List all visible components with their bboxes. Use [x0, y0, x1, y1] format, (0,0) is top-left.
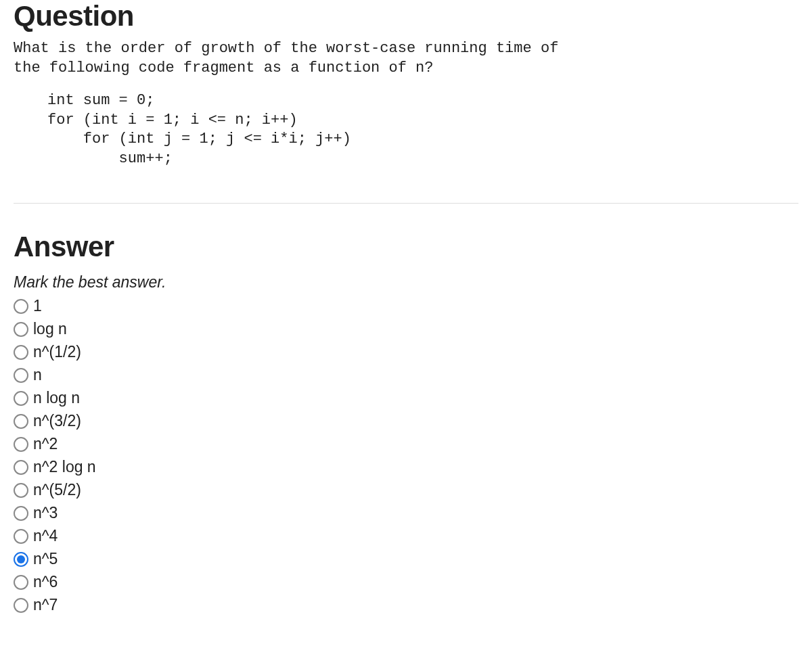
- question-heading: Question: [14, 0, 798, 32]
- option-label: n^3: [33, 504, 58, 522]
- option-row[interactable]: log n: [14, 318, 798, 341]
- radio-button[interactable]: [14, 460, 28, 475]
- option-row[interactable]: 1: [14, 295, 798, 318]
- radio-button[interactable]: [14, 345, 28, 360]
- option-label: n^6: [33, 573, 58, 591]
- option-row[interactable]: n^(5/2): [14, 479, 798, 502]
- radio-button[interactable]: [14, 322, 28, 337]
- section-divider: [14, 203, 798, 204]
- option-row[interactable]: n^(1/2): [14, 341, 798, 364]
- option-label: n^5: [33, 550, 58, 568]
- option-label: n^(5/2): [33, 481, 81, 499]
- option-row[interactable]: n^2 log n: [14, 456, 798, 479]
- radio-button[interactable]: [14, 575, 28, 590]
- radio-button[interactable]: [14, 414, 28, 429]
- option-label: log n: [33, 320, 67, 338]
- radio-button[interactable]: [14, 483, 28, 498]
- option-label: n: [33, 366, 42, 384]
- radio-button[interactable]: [14, 368, 28, 383]
- option-label: 1: [33, 297, 42, 315]
- answer-heading: Answer: [14, 231, 798, 263]
- question-text: What is the order of growth of the worst…: [14, 39, 798, 78]
- radio-button[interactable]: [14, 598, 28, 613]
- option-row[interactable]: n^3: [14, 502, 798, 525]
- option-row[interactable]: n: [14, 364, 798, 387]
- answer-instruction: Mark the best answer.: [14, 273, 798, 292]
- option-label: n log n: [33, 389, 80, 407]
- answer-options: 1log nn^(1/2)nn log nn^(3/2)n^2n^2 log n…: [14, 295, 798, 617]
- option-row[interactable]: n^6: [14, 571, 798, 594]
- code-fragment: int sum = 0; for (int i = 1; i <= n; i++…: [14, 91, 798, 168]
- option-row[interactable]: n^4: [14, 525, 798, 548]
- option-row[interactable]: n^7: [14, 594, 798, 617]
- option-row[interactable]: n log n: [14, 387, 798, 410]
- option-label: n^7: [33, 596, 58, 614]
- option-row[interactable]: n^5: [14, 548, 798, 571]
- radio-button[interactable]: [14, 391, 28, 406]
- radio-button[interactable]: [14, 437, 28, 452]
- option-label: n^(3/2): [33, 412, 81, 430]
- option-row[interactable]: n^(3/2): [14, 410, 798, 433]
- option-label: n^4: [33, 527, 58, 545]
- radio-button[interactable]: [14, 299, 28, 314]
- option-label: n^2: [33, 435, 58, 453]
- radio-button[interactable]: [14, 506, 28, 521]
- option-label: n^(1/2): [33, 343, 81, 361]
- radio-button[interactable]: [14, 529, 28, 544]
- radio-button[interactable]: [14, 552, 28, 567]
- option-row[interactable]: n^2: [14, 433, 798, 456]
- option-label: n^2 log n: [33, 458, 96, 476]
